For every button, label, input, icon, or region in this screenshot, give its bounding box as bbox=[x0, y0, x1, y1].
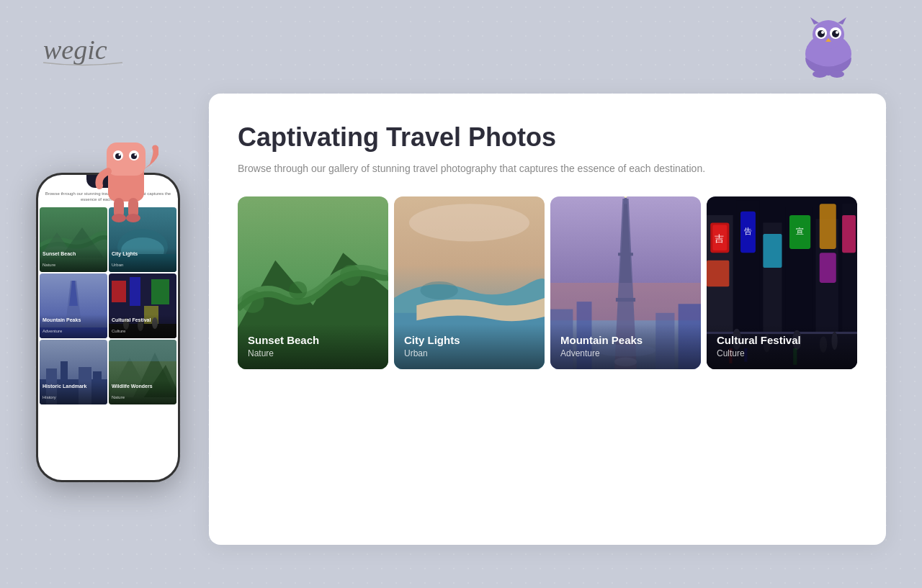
mascot-owl bbox=[800, 14, 857, 79]
phone-photo-2-name: City Lights bbox=[112, 251, 174, 256]
card-subtitle: Browse through our gallery of stunning t… bbox=[238, 161, 857, 176]
svg-marker-3 bbox=[810, 17, 819, 24]
svg-rect-57 bbox=[109, 340, 176, 361]
svg-point-20 bbox=[119, 154, 121, 156]
photo-2-name: City Lights bbox=[404, 334, 534, 346]
phone-photo-2-tag: Urban bbox=[112, 263, 123, 267]
phone-photo-4: Cultural Festival Culture bbox=[109, 273, 176, 338]
phone-photo-4-name: Cultural Festival bbox=[112, 317, 174, 322]
svg-point-21 bbox=[135, 154, 137, 156]
phone-photo-3: Mountain Peaks Adventure bbox=[40, 273, 107, 338]
main-card: Captivating Travel Photos Browse through… bbox=[209, 94, 886, 545]
svg-rect-40 bbox=[130, 277, 140, 306]
svg-rect-41 bbox=[151, 279, 169, 304]
svg-rect-97 bbox=[820, 253, 836, 283]
svg-point-66 bbox=[421, 281, 458, 299]
phone-photo-5: Historic Landmark History bbox=[40, 340, 107, 404]
phone-photo-6-name: Wildlife Wonders bbox=[112, 384, 174, 389]
svg-text:告: 告 bbox=[744, 227, 752, 235]
svg-point-61 bbox=[289, 281, 307, 299]
svg-rect-15 bbox=[107, 143, 146, 176]
svg-text:宣: 宣 bbox=[796, 227, 804, 235]
svg-point-64 bbox=[409, 204, 529, 241]
svg-point-60 bbox=[241, 290, 264, 312]
photo-card-3[interactable]: Mountain Peaks Adventure bbox=[550, 196, 701, 369]
photo-card-4[interactable]: 吉 告 宣 bbox=[707, 196, 857, 369]
svg-point-24 bbox=[112, 214, 126, 222]
phone-photo-3-tag: Adventure bbox=[42, 329, 62, 333]
svg-rect-77 bbox=[616, 298, 635, 302]
svg-rect-39 bbox=[112, 281, 126, 302]
svg-text:wegic: wegic bbox=[43, 35, 107, 65]
svg-point-8 bbox=[832, 30, 839, 37]
photo-1-name: Sunset Beach bbox=[248, 334, 378, 346]
svg-point-7 bbox=[818, 30, 825, 37]
phone-photo-1-name: Sunset Beach bbox=[42, 251, 104, 256]
photo-4-name: Cultural Festival bbox=[717, 334, 847, 346]
svg-rect-76 bbox=[618, 253, 633, 255]
svg-point-12 bbox=[813, 71, 827, 78]
mascot-pink bbox=[94, 130, 158, 223]
photo-4-tag: Culture bbox=[717, 348, 745, 358]
phone-photo-6: Wildlife Wonders Nature bbox=[109, 340, 176, 404]
phone-photo-1-tag: Nature bbox=[42, 263, 55, 267]
photo-2-tag: Urban bbox=[404, 348, 428, 358]
phone-photo-5-tag: History bbox=[42, 395, 56, 399]
card-title: Captivating Travel Photos bbox=[238, 122, 857, 153]
svg-point-13 bbox=[830, 71, 844, 78]
photo-3-tag: Adventure bbox=[560, 348, 600, 358]
svg-rect-100 bbox=[842, 215, 856, 253]
svg-point-62 bbox=[340, 265, 361, 286]
phone-photo-grid: Sunset Beach Nature bbox=[38, 206, 178, 406]
svg-rect-99 bbox=[763, 234, 782, 268]
photo-1-tag: Nature bbox=[248, 348, 274, 358]
svg-rect-96 bbox=[820, 204, 836, 249]
phone-photo-3-name: Mountain Peaks bbox=[42, 317, 104, 322]
svg-text:吉: 吉 bbox=[715, 234, 724, 244]
svg-point-25 bbox=[126, 214, 140, 222]
svg-point-10 bbox=[836, 31, 838, 34]
photo-gallery: Sunset Beach Nature bbox=[238, 196, 857, 369]
photo-card-2[interactable]: City Lights Urban bbox=[394, 196, 545, 369]
svg-marker-4 bbox=[838, 17, 846, 24]
phone-photo-6-tag: Nature bbox=[112, 395, 125, 399]
logo: wegic bbox=[36, 29, 130, 71]
svg-point-9 bbox=[821, 31, 824, 34]
photo-card-1[interactable]: Sunset Beach Nature bbox=[238, 196, 388, 369]
phone-photo-5-name: Historic Landmark bbox=[42, 384, 104, 389]
phone-photo-4-tag: Culture bbox=[112, 329, 125, 333]
svg-rect-98 bbox=[707, 261, 729, 287]
photo-3-name: Mountain Peaks bbox=[560, 334, 691, 346]
